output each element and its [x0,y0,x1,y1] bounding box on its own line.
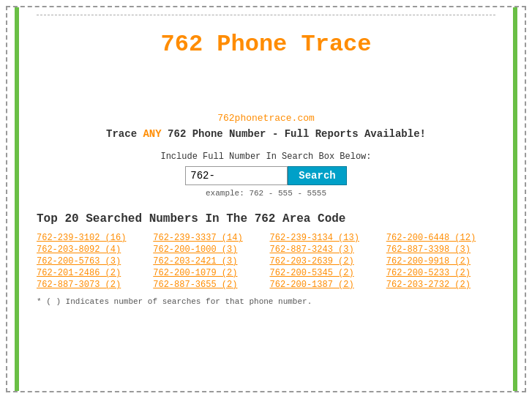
number-link[interactable]: 762-239-3134 (13) [270,233,379,243]
number-link[interactable]: 762-200-6448 (12) [386,233,495,243]
number-link[interactable]: 762-887-3073 (2) [37,280,146,290]
main-content: 762 Phone Trace 762phonetrace.com Trace … [7,7,525,321]
number-link[interactable]: 762-887-3398 (3) [386,245,495,255]
left-green-bar [15,7,19,391]
search-example: example: 762 - 555 - 5555 [37,189,495,198]
number-link[interactable]: 762-887-3243 (3) [270,245,379,255]
search-button[interactable]: Search [288,166,346,185]
site-url: 762phonetrace.com [37,113,495,124]
number-link[interactable]: 762-201-2486 (2) [37,268,146,278]
number-link[interactable]: 762-200-5233 (2) [386,268,495,278]
tagline-suffix: 762 Phone Number - Full Reports Availabl… [162,128,426,140]
number-link[interactable]: 762-203-2732 (2) [386,280,495,290]
numbers-grid: 762-239-3102 (16)762-239-3337 (14)762-23… [37,233,495,290]
tagline: Trace ANY 762 Phone Number - Full Report… [37,128,495,140]
search-section: Include Full Number In Search Box Below:… [37,152,495,198]
right-green-bar [513,7,517,391]
outer-border: 762 Phone Trace 762phonetrace.com Trace … [6,6,526,392]
number-link[interactable]: 762-203-2639 (2) [270,256,379,266]
number-link[interactable]: 762-239-3102 (16) [37,233,146,243]
number-link[interactable]: 762-200-9918 (2) [386,256,495,266]
page-title: 762 Phone Trace [37,16,495,69]
number-link[interactable]: 762-239-3337 (14) [153,233,262,243]
number-link[interactable]: 762-203-8092 (4) [37,245,146,255]
number-link[interactable]: 762-200-1079 (2) [153,268,262,278]
number-link[interactable]: 762-200-5345 (2) [270,268,379,278]
number-link[interactable]: 762-203-2421 (3) [153,256,262,266]
search-input[interactable] [185,166,288,185]
search-label: Include Full Number In Search Box Below: [37,152,495,162]
number-link[interactable]: 762-887-3655 (2) [153,280,262,290]
number-link[interactable]: 762-200-5763 (3) [37,256,146,266]
number-link[interactable]: 762-200-1000 (3) [153,245,262,255]
top-numbers-title: Top 20 Searched Numbers In The 762 Area … [37,212,495,225]
tagline-prefix: Trace [106,128,143,140]
number-link[interactable]: 762-200-1387 (2) [270,280,379,290]
footnote: * ( ) Indicates number of searches for t… [37,297,495,306]
search-row: Search [37,166,495,185]
tagline-any: ANY [143,128,161,140]
